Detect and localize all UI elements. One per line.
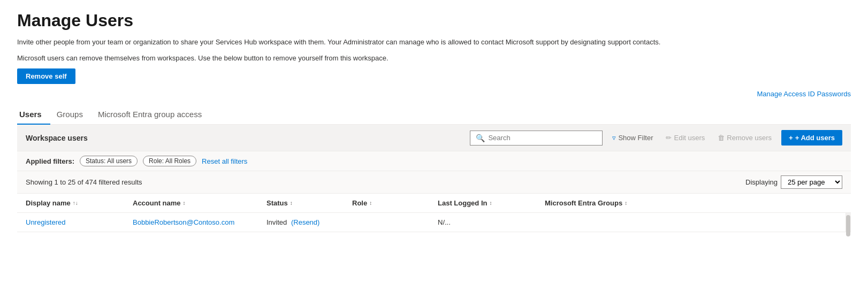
- sort-icon-entra-groups: ↕: [625, 200, 627, 206]
- add-icon: +: [789, 134, 793, 142]
- filter-icon: ▿: [612, 134, 616, 142]
- edit-users-button[interactable]: ✏ Edit users: [663, 132, 708, 144]
- tab-groups[interactable]: Groups: [55, 104, 92, 124]
- edit-icon: ✏: [666, 134, 672, 142]
- manage-access-link-container: Manage Access ID Passwords: [17, 89, 851, 98]
- search-box: 🔍: [470, 131, 603, 146]
- remove-self-section: Remove self: [17, 68, 851, 84]
- filter-chip-role[interactable]: Role: All Roles: [143, 156, 196, 166]
- sort-icon-role: ↕: [369, 200, 372, 206]
- sort-icon-status: ↕: [290, 200, 293, 206]
- col-header-account-name[interactable]: Account name ↕: [133, 199, 267, 207]
- sort-icon-account-name: ↕: [183, 200, 186, 206]
- workspace-users-label: Workspace users: [26, 134, 88, 142]
- toolbar-row: Workspace users 🔍 ▿ Show Filter ✏ Edit u…: [17, 125, 851, 151]
- results-row: Showing 1 to 25 of 474 filtered results …: [17, 171, 851, 194]
- table-row: Unregistered BobbieRobertson@Contoso.com…: [17, 213, 851, 232]
- cell-status: Invited (Resend): [267, 218, 352, 226]
- remove-self-button[interactable]: Remove self: [17, 68, 75, 84]
- applied-filters-label: Applied filters:: [26, 157, 74, 165]
- displaying-label: Displaying: [745, 178, 778, 186]
- add-users-button[interactable]: + + Add users: [781, 130, 842, 146]
- search-input[interactable]: [488, 134, 597, 142]
- sort-icon-display-name: ↑↓: [73, 200, 78, 206]
- results-count-text: Showing 1 to 25 of 474 filtered results: [26, 178, 142, 186]
- table-header-row: Display name ↑↓ Account name ↕ Status ↕ …: [17, 194, 851, 213]
- resend-link[interactable]: (Resend): [291, 218, 319, 226]
- cell-account-name: BobbieRobertson@Contoso.com: [133, 218, 267, 226]
- account-name-link[interactable]: BobbieRobertson@Contoso.com: [133, 218, 234, 226]
- col-header-last-logged-in[interactable]: Last Logged In ↕: [438, 199, 545, 207]
- cell-display-name: Unregistered: [26, 218, 133, 226]
- col-header-status[interactable]: Status ↕: [267, 199, 352, 207]
- search-icon: 🔍: [476, 134, 485, 142]
- filters-row: Applied filters: Status: All users Role:…: [17, 151, 851, 171]
- show-filter-button[interactable]: ▿ Show Filter: [609, 132, 656, 144]
- manage-access-id-link[interactable]: Manage Access ID Passwords: [757, 90, 851, 98]
- description-2: Microsoft users can remove themselves fr…: [17, 53, 851, 64]
- remove-users-button[interactable]: 🗑 Remove users: [714, 132, 775, 144]
- page-title: Manage Users: [17, 11, 851, 30]
- cell-last-logged-in: N/...: [438, 218, 545, 226]
- toolbar-right: 🔍 ▿ Show Filter ✏ Edit users 🗑 Remove us…: [470, 130, 842, 146]
- vertical-scrollbar[interactable]: [846, 213, 851, 232]
- tab-users[interactable]: Users: [17, 104, 50, 124]
- per-page-dropdown[interactable]: 25 per page 50 per page 100 per page: [781, 175, 842, 189]
- tabs-row: Users Groups Microsoft Entra group acces…: [17, 104, 851, 125]
- per-page-select-container: Displaying 25 per page 50 per page 100 p…: [745, 175, 842, 189]
- col-header-display-name[interactable]: Display name ↑↓: [26, 199, 133, 207]
- reset-all-filters-link[interactable]: Reset all filters: [202, 157, 247, 165]
- display-name-link[interactable]: Unregistered: [26, 218, 65, 226]
- description-1: Invite other people from your team or or…: [17, 37, 851, 48]
- scrollbar-thumb: [846, 215, 850, 236]
- tab-entra-group-access[interactable]: Microsoft Entra group access: [96, 104, 210, 124]
- sort-icon-last-logged-in: ↕: [489, 200, 492, 206]
- col-header-entra-groups[interactable]: Microsoft Entra Groups ↕: [545, 199, 673, 207]
- remove-icon: 🗑: [718, 134, 725, 142]
- filter-chip-status[interactable]: Status: All users: [80, 156, 138, 166]
- page-wrapper: Manage Users Invite other people from yo…: [0, 0, 868, 232]
- col-header-role[interactable]: Role ↕: [352, 199, 438, 207]
